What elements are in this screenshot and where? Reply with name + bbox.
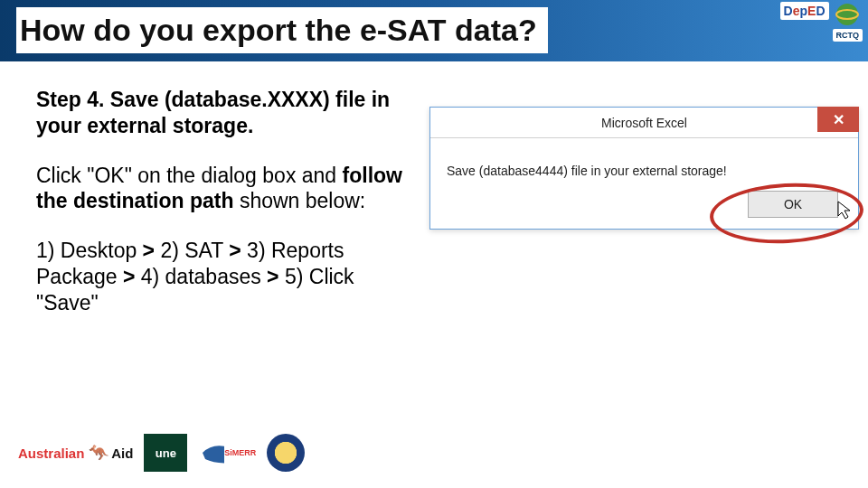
instr-post: shown below: bbox=[234, 189, 366, 212]
svg-point-0 bbox=[836, 4, 858, 25]
cursor-icon bbox=[836, 200, 856, 225]
step-heading: Step 4. Save (database.XXXX) file in you… bbox=[36, 87, 420, 139]
path-gt-3: > bbox=[123, 265, 135, 288]
footer-logos: Australian 🦘 Aid une SiMERR bbox=[18, 434, 305, 472]
dialog-title-text: Microsoft Excel bbox=[601, 116, 687, 130]
path-seg-1: 1) Desktop bbox=[36, 239, 143, 262]
path-gt-4: > bbox=[267, 265, 278, 288]
ok-button[interactable]: OK bbox=[748, 191, 838, 218]
australian-aid-logo: Australian 🦘 Aid bbox=[18, 443, 133, 463]
simerr-logo: SiMERR bbox=[198, 439, 256, 466]
rctq-logo-block: RCTQ bbox=[833, 2, 863, 42]
simerr-label: SiMERR bbox=[224, 448, 256, 457]
excel-message-dialog: Microsoft Excel ✕ Save (database4444) fi… bbox=[429, 107, 859, 230]
instr-pre: Click bbox=[36, 164, 87, 187]
dialog-message: Save (database4444) file in your externa… bbox=[447, 164, 727, 178]
instr-ok: "OK" bbox=[87, 164, 132, 187]
aid-bottom: Aid bbox=[111, 446, 133, 461]
deped-wordmark: DepED bbox=[784, 4, 826, 18]
path-seg-2: 2) SAT bbox=[155, 239, 229, 262]
path-gt-2: > bbox=[229, 239, 241, 262]
pnu-seal-icon bbox=[267, 434, 305, 472]
dialog-titlebar: Microsoft Excel ✕ bbox=[430, 108, 858, 138]
screenshot-column: Microsoft Excel ✕ Save (database4444) fi… bbox=[420, 87, 859, 315]
slide-title: How do you export the e-SAT data? bbox=[16, 7, 548, 53]
ok-button-label: OK bbox=[784, 197, 802, 211]
instr-mid: on the dialog box and bbox=[132, 164, 343, 187]
close-icon: ✕ bbox=[833, 111, 844, 128]
header-logos: DepED RCTQ bbox=[780, 2, 863, 42]
slide-content: Step 4. Save (database.XXXX) file in you… bbox=[0, 61, 868, 315]
destination-path: 1) Desktop > 2) SAT > 3) Reports Package… bbox=[36, 238, 420, 315]
path-gt-1: > bbox=[143, 239, 155, 262]
slide-header: How do you export the e-SAT data? DepED … bbox=[0, 0, 868, 61]
instructions-column: Step 4. Save (database.XXXX) file in you… bbox=[36, 87, 420, 315]
dialog-body: Save (database4444) file in your externa… bbox=[430, 138, 858, 229]
une-logo: une bbox=[144, 434, 187, 472]
aid-top: Australian bbox=[18, 446, 84, 461]
simerr-map-icon bbox=[198, 439, 224, 466]
path-seg-4: 4) databases bbox=[135, 265, 267, 288]
close-button[interactable]: ✕ bbox=[817, 107, 859, 132]
rctq-globe-icon bbox=[835, 2, 860, 27]
rctq-label: RCTQ bbox=[833, 29, 863, 42]
deped-logo: DepED bbox=[780, 2, 829, 20]
instruction-paragraph: Click "OK" on the dialog box and follow … bbox=[36, 163, 420, 215]
